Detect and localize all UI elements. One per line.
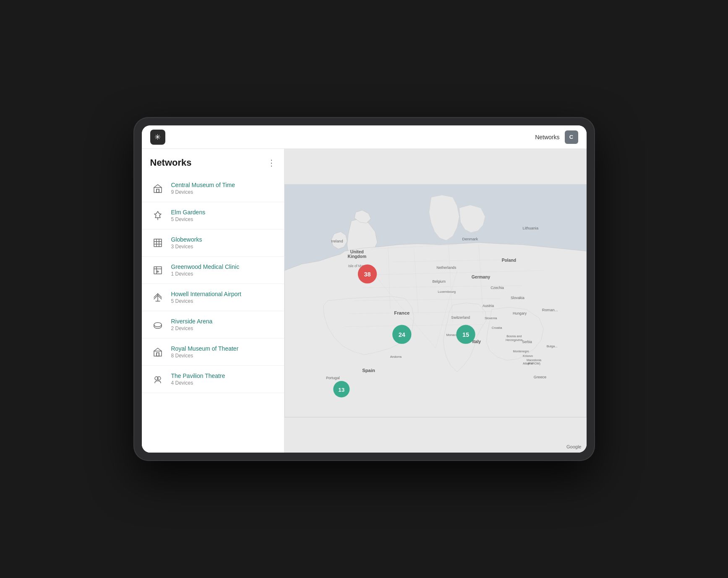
network-item-greenwood-medical-clinic[interactable]: Greenwood Medical Clinic 1 Devices	[142, 257, 284, 284]
network-icon-elm-gardens	[150, 208, 165, 223]
network-icon-royal-museum-of-theater	[150, 344, 165, 359]
network-info-howell-international-airport: Howell International Airport 5 Devices	[171, 291, 276, 304]
header-title: Networks	[535, 134, 559, 141]
network-info-riverside-arena: Riverside Arena 2 Devices	[171, 318, 276, 331]
svg-text:Switzerland: Switzerland	[451, 315, 470, 320]
svg-point-16	[154, 323, 162, 327]
network-name-greenwood-medical-clinic: Greenwood Medical Clinic	[171, 263, 276, 270]
network-icon-greenwood-medical-clinic	[150, 263, 165, 278]
svg-text:38: 38	[364, 271, 371, 278]
svg-text:Italy: Italy	[472, 339, 481, 344]
network-icon-howell-international-airport	[150, 290, 165, 305]
svg-rect-22	[157, 353, 159, 356]
network-info-central-museum-of-time: Central Museum of Time 9 Devices	[171, 182, 276, 195]
sidebar: Networks ⋮ Central Museum of Time 9 Devi…	[142, 149, 284, 453]
network-icon-riverside-arena	[150, 317, 165, 332]
network-info-royal-museum-of-theater: Royal Museum of Theater 8 Devices	[171, 345, 276, 359]
svg-text:Kosovo: Kosovo	[523, 354, 533, 358]
network-devices-royal-museum-of-theater: 8 Devices	[171, 353, 276, 359]
svg-text:13: 13	[338, 387, 344, 393]
svg-text:Spain: Spain	[362, 368, 375, 373]
svg-point-24	[157, 377, 161, 380]
svg-text:Denmark: Denmark	[462, 237, 478, 241]
svg-text:Lithuania: Lithuania	[522, 226, 538, 230]
network-item-central-museum-of-time[interactable]: Central Museum of Time 9 Devices	[142, 175, 284, 202]
svg-text:Portugal: Portugal	[326, 376, 339, 380]
svg-rect-0	[154, 187, 162, 193]
network-name-globeworks: Globeworks	[171, 236, 276, 243]
svg-text:Belgium: Belgium	[432, 279, 446, 284]
svg-text:Kingdom: Kingdom	[347, 254, 366, 259]
svg-text:Greece: Greece	[533, 375, 546, 379]
network-icon-central-museum-of-time	[150, 181, 165, 196]
svg-text:Netherlands: Netherlands	[436, 266, 457, 270]
network-item-riverside-arena[interactable]: Riverside Arena 2 Devices	[142, 311, 284, 338]
network-name-central-museum-of-time: Central Museum of Time	[171, 182, 276, 188]
network-item-royal-museum-of-theater[interactable]: Royal Museum of Theater 8 Devices	[142, 338, 284, 366]
network-name-howell-international-airport: Howell International Airport	[171, 291, 276, 297]
network-devices-greenwood-medical-clinic: 1 Devices	[171, 271, 276, 277]
svg-text:Montenegro: Montenegro	[513, 349, 529, 353]
svg-text:15: 15	[462, 331, 469, 338]
network-info-elm-gardens: Elm Gardens 5 Devices	[171, 209, 276, 222]
header-right: Networks C	[535, 130, 578, 144]
svg-text:24: 24	[398, 331, 405, 338]
sidebar-menu-button[interactable]: ⋮	[267, 159, 276, 167]
network-name-elm-gardens: Elm Gardens	[171, 209, 276, 216]
map-area: United Kingdom Ireland Isle of Man Denma…	[284, 149, 587, 453]
svg-text:Serbia: Serbia	[522, 340, 532, 344]
app-logo[interactable]: ✳	[150, 130, 165, 145]
svg-text:United: United	[350, 250, 363, 254]
svg-text:Herzegovina: Herzegovina	[506, 338, 522, 342]
svg-text:Croatia: Croatia	[491, 326, 502, 330]
svg-text:Hungary: Hungary	[513, 311, 527, 315]
svg-text:Germany: Germany	[471, 275, 490, 279]
network-item-elm-gardens[interactable]: Elm Gardens 5 Devices	[142, 202, 284, 229]
svg-text:Czechia: Czechia	[491, 286, 504, 290]
svg-text:Andorra: Andorra	[390, 355, 402, 359]
network-devices-howell-international-airport: 5 Devices	[171, 298, 276, 304]
network-info-the-pavilion-theatre: The Pavilion Theatre 4 Devices	[171, 372, 276, 386]
network-devices-riverside-arena: 2 Devices	[171, 325, 276, 331]
user-avatar[interactable]: C	[565, 130, 578, 144]
svg-text:Poland: Poland	[501, 258, 516, 263]
sidebar-header: Networks ⋮	[142, 149, 284, 175]
svg-text:Slovakia: Slovakia	[510, 296, 524, 300]
network-item-the-pavilion-theatre[interactable]: The Pavilion Theatre 4 Devices	[142, 366, 284, 393]
svg-text:Austria: Austria	[482, 304, 493, 308]
network-name-royal-museum-of-theater: Royal Museum of Theater	[171, 345, 276, 352]
logo-icon: ✳	[154, 133, 161, 142]
tablet-screen: ✳ Networks C Networks ⋮	[142, 125, 587, 453]
network-icon-the-pavilion-theatre	[150, 372, 165, 387]
svg-text:Luxembourg: Luxembourg	[438, 290, 456, 294]
network-devices-central-museum-of-time: 9 Devices	[171, 189, 276, 195]
network-info-globeworks: Globeworks 3 Devices	[171, 236, 276, 250]
svg-text:(FYROM): (FYROM)	[527, 362, 540, 365]
sidebar-title: Networks	[150, 157, 192, 168]
map-svg: United Kingdom Ireland Isle of Man Denma…	[284, 149, 587, 453]
network-name-riverside-arena: Riverside Arena	[171, 318, 276, 325]
svg-text:France: France	[394, 310, 410, 315]
svg-rect-3	[157, 189, 159, 193]
svg-text:Bulga...: Bulga...	[546, 344, 557, 348]
network-devices-the-pavilion-theatre: 4 Devices	[171, 380, 276, 386]
network-devices-globeworks: 3 Devices	[171, 244, 276, 250]
svg-text:Monaco: Monaco	[446, 333, 457, 337]
network-list: Central Museum of Time 9 Devices Elm Gar…	[142, 175, 284, 453]
svg-text:Slovenia: Slovenia	[484, 316, 497, 320]
network-name-the-pavilion-theatre: The Pavilion Theatre	[171, 372, 276, 379]
svg-rect-19	[154, 351, 162, 356]
network-info-greenwood-medical-clinic: Greenwood Medical Clinic 1 Devices	[171, 263, 276, 277]
network-item-globeworks[interactable]: Globeworks 3 Devices	[142, 229, 284, 257]
svg-text:Roman...: Roman...	[542, 308, 558, 312]
svg-rect-5	[154, 239, 162, 247]
network-icon-globeworks	[150, 235, 165, 250]
svg-text:Ireland: Ireland	[331, 239, 343, 243]
header: ✳ Networks C	[142, 125, 587, 149]
main-content: Networks ⋮ Central Museum of Time 9 Devi…	[142, 149, 587, 453]
network-item-howell-international-airport[interactable]: Howell International Airport 5 Devices	[142, 284, 284, 311]
tablet-frame: ✳ Networks C Networks ⋮	[133, 117, 595, 461]
network-devices-elm-gardens: 5 Devices	[171, 216, 276, 222]
google-watermark: Google	[566, 444, 581, 449]
